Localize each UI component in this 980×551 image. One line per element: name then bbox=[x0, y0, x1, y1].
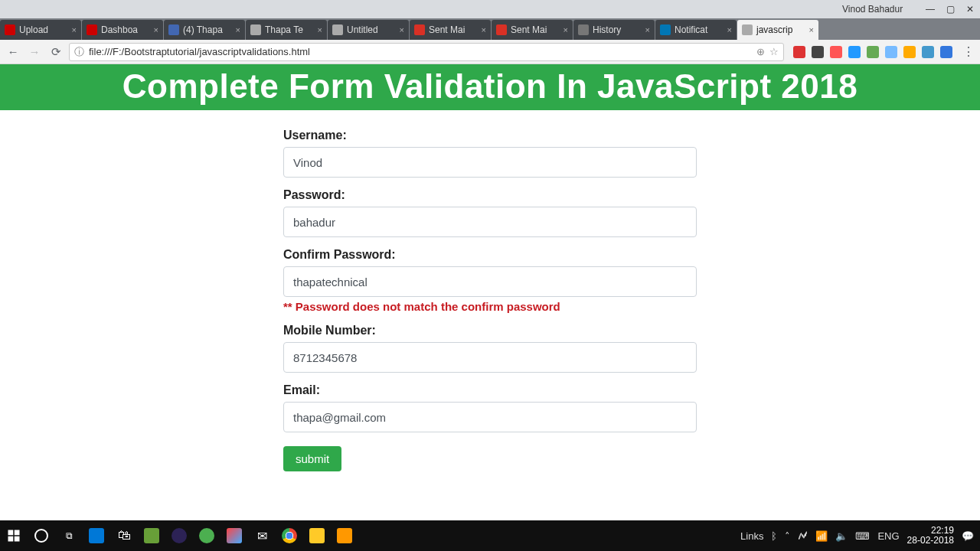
tab-close-icon[interactable]: × bbox=[645, 25, 650, 34]
tab-favicon bbox=[414, 24, 425, 35]
tray-keyboard-icon[interactable]: ⌨ bbox=[855, 530, 870, 542]
browser-tab[interactable]: Sent Mai × bbox=[492, 20, 573, 40]
tray-notifications-icon[interactable]: 💬 bbox=[962, 530, 974, 542]
tab-close-icon[interactable]: × bbox=[727, 25, 732, 34]
bookmark-icon[interactable]: ☆ bbox=[769, 46, 779, 57]
extension-icon[interactable] bbox=[793, 46, 805, 58]
tab-title: Dashboa bbox=[101, 24, 138, 35]
browser-tab[interactable]: Dashboa × bbox=[82, 20, 163, 40]
tray-language[interactable]: ENG bbox=[877, 530, 899, 542]
tray-links-label[interactable]: Links bbox=[740, 530, 763, 542]
extension-icon[interactable] bbox=[940, 46, 952, 58]
tab-favicon bbox=[496, 24, 507, 35]
tab-close-icon[interactable]: × bbox=[564, 25, 568, 34]
taskbar-app-eclipse[interactable] bbox=[165, 520, 193, 551]
tab-title: (4) Thapa bbox=[183, 24, 223, 35]
confirm-password-input[interactable] bbox=[283, 266, 697, 297]
tab-close-icon[interactable]: × bbox=[72, 25, 77, 34]
tab-close-icon[interactable]: × bbox=[809, 25, 814, 34]
svg-rect-0 bbox=[8, 530, 14, 536]
email-label: Email: bbox=[283, 383, 697, 397]
mobile-label: Mobile Number: bbox=[283, 324, 697, 337]
taskbar-app-explorer[interactable] bbox=[303, 520, 331, 551]
taskbar-app-misc1[interactable] bbox=[193, 520, 220, 551]
site-info-icon[interactable]: ⓘ bbox=[74, 45, 84, 59]
chrome-menu-button[interactable]: ⋮ bbox=[962, 44, 975, 60]
browser-tab[interactable]: javascrip × bbox=[737, 20, 818, 40]
windows-taskbar: ⧉ 🛍 ✉ Links ᛒ ˄ 🗲 📶 🔈 ⌨ ENG 22:19 28-02-… bbox=[0, 520, 980, 551]
browser-tab[interactable]: Untitled × bbox=[328, 20, 409, 40]
tray-chevron-icon[interactable]: ˄ bbox=[785, 530, 790, 542]
window-minimize-button[interactable]: — bbox=[920, 2, 940, 17]
tab-title: Sent Mai bbox=[511, 24, 547, 35]
browser-tab[interactable]: Thapa Te × bbox=[246, 20, 327, 40]
submit-button[interactable]: submit bbox=[283, 446, 341, 471]
task-view-button[interactable]: ⧉ bbox=[55, 520, 83, 551]
start-button[interactable] bbox=[0, 520, 28, 551]
tab-title: Untitled bbox=[347, 24, 378, 35]
window-close-button[interactable]: ✕ bbox=[960, 2, 980, 17]
cortana-button[interactable] bbox=[28, 520, 55, 551]
tab-close-icon[interactable]: × bbox=[236, 25, 240, 34]
tab-title: History bbox=[593, 24, 621, 35]
tab-title: javascrip bbox=[756, 24, 792, 35]
taskbar-app-chrome[interactable] bbox=[276, 520, 303, 551]
tray-volume-icon[interactable]: 🔈 bbox=[835, 530, 848, 542]
tray-clock[interactable]: 22:19 28-02-2018 bbox=[907, 526, 954, 546]
page-viewport: Complete Form Validation In JavaScript 2… bbox=[0, 64, 980, 520]
taskbar-app-store[interactable]: 🛍 bbox=[110, 520, 138, 551]
address-bar[interactable]: ⓘ file:///F:/Bootstraptutorial/javascrip… bbox=[69, 43, 784, 61]
extension-icon[interactable] bbox=[812, 46, 824, 58]
email-input[interactable] bbox=[283, 402, 697, 432]
tab-favicon bbox=[5, 24, 15, 35]
browser-tab[interactable]: (4) Thapa × bbox=[164, 20, 245, 40]
username-input[interactable] bbox=[283, 147, 697, 178]
zoom-icon[interactable]: ⊕ bbox=[756, 46, 765, 57]
url-text: file:///F:/Bootstraptutorial/javascriptv… bbox=[89, 46, 752, 57]
tab-close-icon[interactable]: × bbox=[318, 25, 322, 34]
tray-bluetooth-icon[interactable]: ᛒ bbox=[771, 530, 777, 542]
tray-wifi-icon[interactable]: 📶 bbox=[815, 530, 828, 542]
extension-icon[interactable] bbox=[867, 46, 879, 58]
tab-title: Notificat bbox=[675, 24, 707, 35]
tab-close-icon[interactable]: × bbox=[400, 25, 404, 34]
taskbar-app-sublime[interactable] bbox=[331, 520, 358, 551]
nav-reload-button[interactable]: ⟳ bbox=[47, 44, 64, 60]
window-titlebar: Vinod Bahadur — ▢ ✕ bbox=[0, 0, 980, 18]
tab-favicon bbox=[168, 24, 179, 35]
browser-tab[interactable]: History × bbox=[573, 20, 655, 40]
taskbar-app-mail[interactable]: ✉ bbox=[248, 520, 276, 551]
tab-favicon bbox=[660, 24, 671, 35]
tray-battery-icon[interactable]: 🗲 bbox=[798, 530, 808, 542]
tab-favicon bbox=[250, 24, 261, 35]
username-label: Username: bbox=[283, 129, 697, 142]
tab-title: Sent Mai bbox=[429, 24, 465, 35]
password-input[interactable] bbox=[283, 207, 697, 237]
nav-back-button[interactable]: ← bbox=[5, 44, 21, 60]
tray-date: 28-02-2018 bbox=[907, 536, 954, 546]
browser-tab[interactable]: Sent Mai × bbox=[410, 20, 491, 40]
window-maximize-button[interactable]: ▢ bbox=[940, 2, 960, 17]
confirm-password-label: Confirm Password: bbox=[283, 248, 697, 262]
taskbar-app-androidstudio[interactable] bbox=[138, 520, 165, 551]
tab-close-icon[interactable]: × bbox=[154, 25, 158, 34]
extension-icon[interactable] bbox=[885, 46, 897, 58]
extensions-area bbox=[789, 46, 957, 58]
system-tray: Links ᛒ ˄ 🗲 📶 🔈 ⌨ ENG 22:19 28-02-2018 💬 bbox=[740, 526, 980, 546]
tab-favicon bbox=[87, 24, 97, 35]
browser-tab[interactable]: Upload × bbox=[0, 20, 81, 40]
browser-tabstrip: Upload × Dashboa × (4) Thapa × Thapa Te … bbox=[0, 18, 980, 40]
nav-forward-button: → bbox=[26, 44, 43, 60]
taskbar-app-edge[interactable] bbox=[83, 520, 110, 551]
extension-icon[interactable] bbox=[848, 46, 861, 58]
svg-rect-2 bbox=[8, 536, 14, 542]
tab-title: Upload bbox=[19, 24, 48, 35]
extension-icon[interactable] bbox=[830, 46, 842, 58]
mobile-input[interactable] bbox=[283, 342, 697, 373]
browser-tab[interactable]: Notificat × bbox=[655, 20, 737, 40]
taskbar-app-misc2[interactable] bbox=[220, 520, 248, 551]
extension-icon[interactable] bbox=[922, 46, 934, 58]
extension-icon[interactable] bbox=[903, 46, 916, 58]
tab-close-icon[interactable]: × bbox=[482, 25, 486, 34]
page-title: Complete Form Validation In JavaScript 2… bbox=[0, 64, 980, 110]
